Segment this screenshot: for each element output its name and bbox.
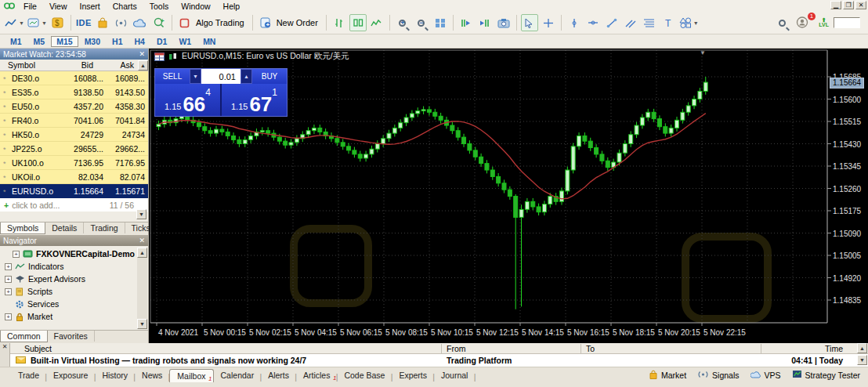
timeframe-d1[interactable]: D1 — [151, 36, 172, 47]
column-bid[interactable]: Bid — [56, 60, 97, 70]
status-vps[interactable]: VPS — [750, 371, 781, 380]
market-watch-row[interactable]: ES35.o9138.509143.50 — [0, 85, 148, 99]
market-watch-close-icon[interactable]: ✕ — [139, 50, 145, 58]
crosshair-tool-button[interactable] — [540, 14, 557, 31]
add-symbol-row[interactable]: + click to add... 11 / 56 — [0, 198, 148, 212]
shapes-tool[interactable]: ▼ — [678, 14, 700, 31]
scroll-up-icon[interactable]: ▲ — [137, 248, 147, 258]
menu-tools[interactable]: Tools — [143, 1, 175, 12]
metaeditor-ide-button[interactable]: IDE — [75, 14, 92, 31]
menu-charts[interactable]: Charts — [107, 1, 143, 12]
menu-file[interactable]: File — [17, 1, 43, 12]
chart-window[interactable]: EURUSD.o,M15: Euro vs US Dollar 欧元/美元 ▼ … — [149, 49, 868, 343]
tab-common[interactable]: Common — [0, 331, 48, 342]
chart-profile-dropdown[interactable]: ▼ — [4, 14, 25, 31]
market-watch-row[interactable]: EU50.o4357.204358.30 — [0, 99, 148, 114]
scroll-up-icon[interactable]: ▲ — [857, 343, 867, 353]
search-button[interactable] — [773, 14, 790, 31]
level-up-icon[interactable]: ⬆LVL — [819, 18, 829, 27]
expand-icon[interactable]: + — [13, 251, 20, 258]
scroll-up-icon[interactable]: ▲ — [138, 60, 148, 71]
mail-from[interactable]: Trading Platform — [447, 354, 512, 367]
expand-icon[interactable]: + — [5, 263, 12, 270]
bottom-tab-alerts[interactable]: Alerts| — [261, 369, 296, 382]
navigator-scrollbar[interactable]: ▲ ▼ — [137, 248, 147, 329]
bottom-tab-code-base[interactable]: Code Base| — [337, 369, 392, 382]
timeframe-h1[interactable]: H1 — [107, 36, 128, 47]
toolbox-close-icon[interactable]: ✕ — [0, 343, 9, 351]
tab-details[interactable]: Details — [45, 222, 84, 233]
scroll-down-icon[interactable]: ▼ — [136, 209, 146, 219]
screenshot-camera-button[interactable] — [495, 14, 512, 31]
community-search-button[interactable]: + — [150, 14, 168, 31]
menu-help[interactable]: Help — [217, 1, 247, 12]
tile-windows-button[interactable] — [432, 14, 449, 31]
market-watch-row[interactable]: EURUSD.o1.156641.15671 — [0, 184, 148, 198]
add-symbol-label[interactable]: click to add... — [12, 201, 60, 210]
bottom-tab-calendar[interactable]: Calendar| — [214, 369, 262, 382]
tab-trading[interactable]: Trading — [84, 222, 125, 233]
market-watch-row[interactable]: JP225.o29655...29662... — [0, 142, 148, 156]
timeframe-h4[interactable]: H4 — [129, 36, 150, 47]
navigator-item-expert-advisors[interactable]: +Expert Advisors — [0, 273, 148, 285]
status-strategy-tester[interactable]: Strategy Tester — [792, 370, 860, 380]
fibonacci-tool[interactable] — [641, 14, 658, 31]
toolbox-column-from[interactable]: From — [447, 343, 466, 354]
toolbox-column-time[interactable]: Time — [825, 343, 843, 354]
navigator-close-icon[interactable]: ✕ — [139, 237, 145, 244]
auto-scroll-button[interactable] — [458, 14, 475, 31]
zoom-out-button[interactable]: − — [413, 14, 430, 31]
trendline-tool[interactable] — [603, 14, 620, 31]
menu-window[interactable]: Window — [175, 1, 216, 12]
horizontal-line-tool[interactable] — [584, 14, 602, 31]
market-watch-row[interactable]: DE30.o16088...16089... — [0, 71, 148, 85]
tab-symbols[interactable]: Symbols — [0, 222, 45, 234]
volume-input[interactable] — [201, 69, 241, 84]
market-watch-titlebar[interactable]: Market Watch: 23:54:58 ✕ — [0, 49, 148, 60]
menu-view[interactable]: View — [43, 1, 74, 12]
bar-chart-mode-button[interactable] — [331, 14, 348, 31]
algo-trading-label[interactable]: Algo Trading — [196, 18, 244, 27]
sell-price-panel[interactable]: 1.15 66 4 — [155, 84, 220, 116]
chart-window-dropdown[interactable]: ▼ — [27, 14, 48, 31]
bottom-tab-journal[interactable]: Journal| — [434, 369, 475, 382]
timeframe-w1[interactable]: W1 — [173, 36, 197, 47]
volume-up-button[interactable]: ▲ — [241, 69, 252, 84]
zoom-in-button[interactable]: + — [394, 14, 411, 31]
chart-shift-button[interactable] — [476, 14, 494, 31]
bottom-tab-history[interactable]: History| — [95, 369, 135, 382]
timeframe-mn[interactable]: MN — [197, 36, 221, 47]
scroll-down-icon[interactable]: ▼ — [137, 319, 147, 329]
tab-favorites[interactable]: Favorites — [48, 331, 95, 342]
navigator-item-fxkovnercapital-demo[interactable]: +FXKOVNERCapital-Demo — [0, 248, 148, 260]
chart-shift-marker[interactable]: ▼ — [700, 49, 706, 56]
bottom-tab-news[interactable]: News| — [135, 369, 169, 382]
bottom-tab-articles[interactable]: Articles1| — [296, 369, 337, 382]
timeframe-m15[interactable]: M15 — [51, 36, 78, 47]
status-signals[interactable]: Signals — [697, 371, 739, 380]
toolbox-column-subject[interactable]: Subject — [24, 343, 52, 354]
volume-down-button[interactable]: ▼ — [190, 69, 201, 84]
channel-tool[interactable] — [622, 14, 639, 31]
menu-insert[interactable]: Insert — [74, 1, 107, 12]
expand-icon[interactable]: + — [5, 276, 12, 283]
timeframe-m30[interactable]: M30 — [79, 36, 106, 47]
candlestick-mode-button[interactable] — [349, 14, 367, 31]
scroll-down-icon[interactable]: ▼ — [857, 355, 867, 365]
community-account-button[interactable]: 1 — [796, 16, 809, 30]
signals-button[interactable] — [113, 14, 130, 31]
market-watch-row[interactable]: FR40.o7041.067041.84 — [0, 114, 148, 128]
market-watch-row[interactable]: HK50.o2472924734 — [0, 128, 148, 142]
bottom-tab-mailbox[interactable]: Mailbox1 — [169, 369, 213, 382]
mail-row[interactable]: Built-in Virtual Hosting — trading robot… — [10, 354, 868, 367]
timeframe-m1[interactable]: M1 — [5, 36, 27, 47]
new-order-label[interactable]: New Order — [277, 18, 318, 27]
timeframe-m5[interactable]: M5 — [28, 36, 51, 47]
column-ask[interactable]: Ask — [97, 60, 138, 70]
vps-cloud-button[interactable] — [132, 14, 149, 31]
algo-trading-button[interactable] — [176, 14, 193, 31]
sell-button[interactable]: SELL — [155, 69, 190, 84]
bottom-tab-exposure[interactable]: Exposure| — [46, 369, 95, 382]
restore-button[interactable]: ❐ — [843, 1, 854, 9]
toolbox-column-to[interactable]: To — [586, 343, 595, 354]
